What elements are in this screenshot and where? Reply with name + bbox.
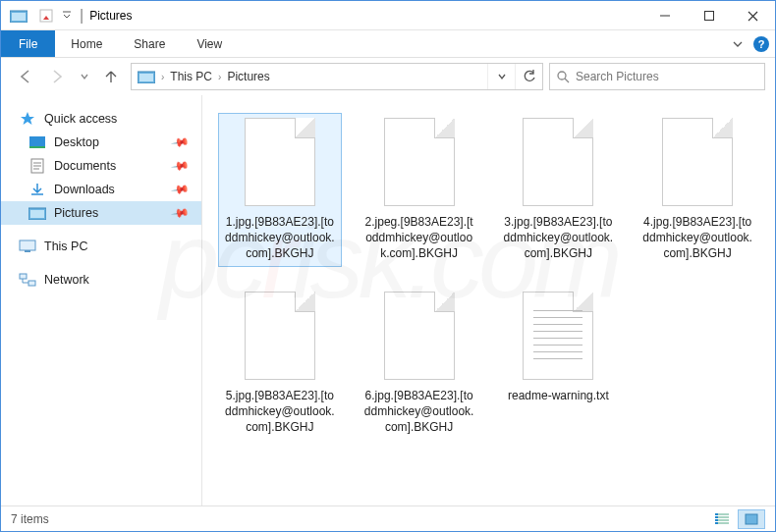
sidebar-item-label: Quick access (44, 112, 117, 126)
network-icon (19, 271, 36, 289)
up-button[interactable] (103, 69, 119, 84)
file-item[interactable]: 2.jpeg.[9B83AE23].[toddmhickey@outlook.c… (358, 113, 481, 267)
pictures-icon (28, 204, 46, 222)
svg-point-6 (558, 72, 566, 80)
sidebar-item-label: Documents (54, 159, 116, 173)
back-button[interactable] (17, 68, 34, 85)
svg-rect-1 (12, 13, 26, 21)
file-content-pane[interactable]: 1.jpg.[9B83AE23].[toddmhickey@outlook.co… (202, 95, 775, 505)
blank-file-icon (245, 292, 315, 380)
address-pictures-icon (138, 70, 155, 83)
file-name-label: 6.jpg.[9B83AE23].[toddmhickey@outlook.co… (362, 388, 476, 436)
app-icon (8, 5, 29, 27)
properties-icon[interactable] (35, 5, 57, 27)
desktop-icon (28, 133, 46, 151)
svg-rect-16 (746, 514, 757, 524)
sidebar-item-label: Network (44, 273, 89, 287)
blank-file-icon (384, 292, 455, 380)
address-dropdown-icon[interactable] (487, 64, 515, 89)
pin-icon: 📌 (170, 180, 190, 199)
svg-rect-7 (29, 136, 45, 146)
svg-rect-11 (30, 210, 44, 218)
breadcrumb-pictures[interactable]: Pictures (227, 70, 269, 83)
help-icon[interactable]: ? (753, 36, 769, 52)
status-bar: 7 items (1, 505, 775, 531)
navigation-bar: › This PC › Pictures Search Pictures (1, 58, 775, 95)
quick-access-icon (19, 110, 36, 128)
view-details-button[interactable] (708, 509, 736, 529)
ribbon-expand-icon[interactable] (732, 38, 744, 50)
svg-rect-12 (20, 240, 35, 250)
pin-icon: 📌 (170, 156, 190, 176)
navigation-pane: Quick access Desktop 📌 Documents 📌 (1, 95, 202, 505)
sidebar-item-pictures[interactable]: Pictures 📌 (1, 201, 201, 225)
svg-rect-8 (29, 146, 45, 148)
file-name-label: 3.jpg.[9B83AE23].[toddmhickey@outlook.co… (502, 214, 616, 262)
svg-rect-14 (20, 274, 27, 279)
view-large-icons-button[interactable] (738, 509, 765, 529)
title-bar: | Pictures (1, 1, 775, 30)
status-item-count: 7 items (11, 512, 49, 526)
file-item[interactable]: 3.jpg.[9B83AE23].[toddmhickey@outlook.co… (497, 113, 621, 267)
svg-rect-13 (25, 250, 30, 252)
svg-rect-5 (139, 74, 153, 81)
chevron-right-icon[interactable]: › (218, 72, 221, 82)
file-name-label: readme-warning.txt (508, 388, 609, 403)
svg-rect-3 (704, 12, 713, 21)
file-item[interactable]: 1.jpg.[9B83AE23].[toddmhickey@outlook.co… (218, 113, 342, 267)
documents-icon (28, 157, 46, 175)
file-item[interactable]: readme-warning.txt (497, 287, 621, 441)
title-separator: | (80, 7, 83, 25)
sidebar-item-label: Desktop (54, 135, 99, 149)
file-name-label: 2.jpeg.[9B83AE23].[toddmhickey@outlook.c… (362, 214, 476, 262)
sidebar-item-label: This PC (44, 239, 87, 253)
sidebar-item-label: Pictures (54, 206, 98, 220)
window-title: Pictures (89, 9, 132, 23)
tab-share[interactable]: Share (118, 30, 181, 57)
blank-file-icon (245, 118, 315, 206)
blank-file-icon (523, 118, 593, 206)
file-name-label: 4.jpg.[9B83AE23].[toddmhickey@outlook.co… (640, 214, 754, 262)
ribbon-tabs: File Home Share View ? (1, 30, 775, 58)
tab-file[interactable]: File (1, 30, 55, 57)
sidebar-item-label: Downloads (54, 183, 115, 196)
file-item[interactable]: 6.jpg.[9B83AE23].[toddmhickey@outlook.co… (358, 287, 481, 441)
downloads-icon (28, 181, 46, 198)
blank-file-icon (384, 118, 455, 206)
minimize-button[interactable] (642, 1, 687, 30)
maximize-button[interactable] (687, 1, 731, 30)
pin-icon: 📌 (170, 133, 190, 152)
search-input[interactable]: Search Pictures (549, 63, 765, 90)
tab-home[interactable]: Home (55, 30, 118, 57)
address-bar[interactable]: › This PC › Pictures (131, 63, 543, 90)
main-area: Quick access Desktop 📌 Documents 📌 (1, 95, 775, 505)
recent-dropdown-icon[interactable] (80, 72, 89, 81)
text-file-icon (523, 292, 593, 380)
svg-rect-15 (28, 281, 35, 286)
this-pc-icon (19, 238, 36, 255)
search-icon (556, 70, 570, 83)
sidebar-item-documents[interactable]: Documents 📌 (1, 154, 201, 178)
refresh-button[interactable] (515, 64, 542, 89)
file-item[interactable]: 4.jpg.[9B83AE23].[toddmhickey@outlook.co… (636, 113, 759, 267)
tab-view[interactable]: View (181, 30, 238, 57)
search-placeholder: Search Pictures (576, 70, 659, 83)
file-item[interactable]: 5.jpg.[9B83AE23].[toddmhickey@outlook.co… (218, 287, 342, 441)
sidebar-item-desktop[interactable]: Desktop 📌 (1, 131, 201, 154)
file-name-label: 1.jpg.[9B83AE23].[toddmhickey@outlook.co… (223, 214, 337, 262)
sidebar-item-downloads[interactable]: Downloads 📌 (1, 178, 201, 201)
forward-button[interactable] (48, 68, 66, 85)
chevron-right-icon[interactable]: › (161, 72, 164, 82)
sidebar-network[interactable]: Network (1, 268, 201, 292)
blank-file-icon (662, 118, 733, 206)
sidebar-quick-access[interactable]: Quick access (1, 107, 201, 131)
close-button[interactable] (731, 1, 775, 30)
sidebar-this-pc[interactable]: This PC (1, 235, 201, 258)
pin-icon: 📌 (170, 203, 190, 223)
file-name-label: 5.jpg.[9B83AE23].[toddmhickey@outlook.co… (223, 388, 337, 436)
qat-dropdown-icon[interactable] (60, 11, 74, 21)
breadcrumb-this-pc[interactable]: This PC (170, 70, 212, 83)
